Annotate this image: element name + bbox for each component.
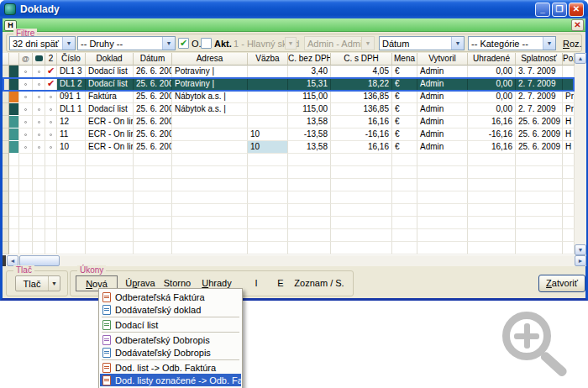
cell-uhradene: 16,16 [468,141,516,154]
nova-dropdown-menu: Odberateľská FaktúraDodávateľský dokladD… [98,288,243,388]
menu-item[interactable]: Odberateľský Dobropis [100,333,241,346]
chevron-down-icon: ▼ [62,37,75,50]
cell-csdph: 18,22 [331,78,392,91]
dot-marker [50,96,52,98]
header-adresa[interactable]: Adresa [172,53,248,66]
splitter-handle[interactable] [3,255,6,266]
header-splatnost[interactable]: Splatnosť [516,53,563,66]
print-button[interactable]: Tlač ▼ [15,275,60,291]
header-datum[interactable]: Dátum [134,53,172,66]
cell-cislo: DL1 1 [57,103,86,116]
menu-item[interactable]: Odberateľská Faktúra [100,291,241,303]
datum-select[interactable]: Dátum ▼ [379,36,465,50]
dot-marker [24,108,27,111]
documents-grid: @ 2 Číslo Doklad Dátum Adresa Väzba C. b… [3,53,575,255]
row-indicator [9,128,19,141]
druhy-select[interactable]: -- Druhy -- ▼ [77,36,176,50]
vertical-scrollbar[interactable]: ▲ ▼ [575,53,586,255]
table-row[interactable]: ✔DL1 3Dodací list26. 6. 2009Potraviny |3… [3,66,575,78]
menu-item[interactable]: Dod. list -> Odb. Faktúra [100,361,241,374]
zatvorit-button[interactable]: Zatvoriť [538,275,585,292]
close-filter-icon[interactable]: ✕ [571,19,584,31]
row-indicator [9,78,19,91]
o-checkbox[interactable]: ✔ [178,38,189,49]
dot-marker [38,96,40,98]
cell-vytvoril: Admin [417,66,468,78]
cell-datum: 25. 6. 2009 [134,141,172,154]
table-row[interactable]: 12ECR - On line25. 6. 200913,5816,16€Adm… [3,116,575,128]
maximize-icon[interactable]: ❐ [552,3,567,17]
kategorie-select[interactable]: -- Kategórie -- ▼ [468,36,556,50]
cell-splatnost: 25. 6. 2009 [516,116,563,128]
cell-cbez: 13,58 [288,141,331,154]
table-row[interactable]: 091 1Faktúra25. 6. 2009Nábytok a.s. |115… [3,91,575,103]
cell-splatnost: 2. 7. 2009 [516,103,563,116]
header-uhradene[interactable]: Uhradené [468,53,516,66]
cell-cbez: 115,00 [288,103,331,116]
close-icon[interactable]: ✕ [569,3,584,17]
cell-mena: € [392,78,417,91]
empty-row [3,229,575,242]
desktop: Doklady _ ❐ ✕ H ✕ Filtre 32 dni späť ▼ -… [0,0,588,388]
cell-csdph: 16,16 [331,116,392,128]
cell-poz: H [563,128,575,141]
table-row[interactable]: DL1 1Dodací list25. 6. 2009Nábytok a.s. … [3,103,575,116]
dot-marker [50,146,52,149]
cell-poz: H [563,141,575,154]
cell-uhradene: 0,00 [468,103,516,116]
header-2[interactable]: 2 [45,53,57,66]
grid-body: ✔DL1 3Dodací list26. 6. 2009Potraviny |3… [3,66,575,254]
cell-vazba: 10 [248,128,288,141]
header-vytvoril[interactable]: Vytvoril [417,53,468,66]
header-poz[interactable]: Poz [563,53,575,66]
row-indicator [9,141,19,154]
i-button[interactable]: I [250,275,262,291]
menu-item[interactable]: Dodávateľský Dobropis [100,346,241,359]
table-row[interactable]: ✔DL1 2Dodací list25. 6. 2009Potraviny |1… [3,78,575,91]
e-button[interactable]: E [275,275,286,291]
tlac-group-label: Tlač [13,265,34,275]
header-csdph[interactable]: C. s DPH [331,53,392,66]
range-select[interactable]: 32 dni späť ▼ [9,36,76,50]
menu-item[interactable]: Dod. listy označené -> Odb. Faktúra [100,374,241,386]
table-row[interactable]: 10ECR - On line25. 6. 20091013,5816,16€A… [3,141,575,154]
header-cislo[interactable]: Číslo [57,53,86,66]
cell-csdph: 136,85 [331,91,392,103]
cell-splatnost: 25. 6. 2009 [516,128,563,141]
scroll-down-icon[interactable]: ▼ [575,244,586,255]
cell-datum: 25. 6. 2009 [134,78,172,91]
roz-button[interactable]: Roz. [563,39,582,53]
attachment-icon[interactable]: @ [19,53,33,66]
cell-adresa: Potraviny | [172,78,248,91]
menu-item[interactable]: Dodací list [100,318,241,331]
table-row[interactable]: 11ECR - On line25. 6. 200910-13,58-16,16… [3,128,575,141]
header-mena[interactable]: Mena [392,53,417,66]
chevron-down-icon: ▼ [48,276,60,291]
cell-vytvoril: Admin [417,91,468,103]
dot-marker [24,96,27,98]
akt-checkbox[interactable] [201,38,212,49]
cell-mena: € [392,128,417,141]
cell-splatnost: 3. 7. 2009 [516,66,563,78]
header-doklad[interactable]: Doklad [86,53,134,66]
scroll-up-icon[interactable]: ▲ [575,53,586,64]
minimize-icon[interactable]: _ [535,3,550,17]
header-cbez[interactable]: C. bez DPH [288,53,331,66]
dot-marker [50,108,52,111]
empty-row [3,204,575,217]
check-icon: ✔ [47,66,55,77]
cell-cislo: DL1 2 [57,78,86,91]
cell-csdph: -16,16 [331,128,392,141]
zoznam-button[interactable]: Zoznam / S. [294,275,344,291]
scroll-right-icon[interactable]: ► [575,255,586,266]
cell-datum: 25. 6. 2009 [134,128,172,141]
menu-separator [102,332,239,333]
dot-marker [24,134,27,136]
cell-vazba: 10 [248,141,288,154]
menu-item[interactable]: Dodávateľský doklad [100,303,241,316]
header-vazba[interactable]: Väzba [248,53,288,66]
cell-cislo: 11 [57,128,86,141]
comment-icon[interactable] [33,53,45,66]
document-type-icon [102,292,111,302]
cell-poz: Pr [563,103,575,116]
